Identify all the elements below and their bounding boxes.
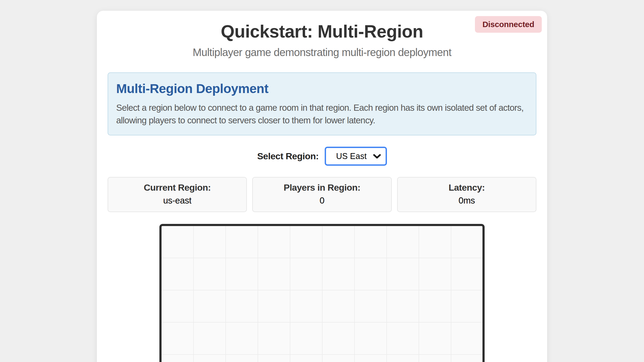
region-select-wrap: US East <box>325 147 387 166</box>
stat-box-players-in-region: Players in Region: 0 <box>252 177 391 212</box>
stat-label: Latency: <box>400 182 533 193</box>
stats-row: Current Region: us-east Players in Regio… <box>108 177 536 212</box>
stat-value: 0 <box>255 195 388 206</box>
stat-label: Current Region: <box>111 182 244 193</box>
region-selector-row: Select Region: US East <box>108 147 536 166</box>
page-subtitle: Multiplayer game demonstrating multi-reg… <box>108 46 536 58</box>
info-box-body: Select a region below to connect to a ga… <box>116 102 528 127</box>
info-box-title: Multi-Region Deployment <box>116 81 528 97</box>
stat-box-current-region: Current Region: us-east <box>108 177 247 212</box>
app-card: Disconnected Quickstart: Multi-Region Mu… <box>97 11 547 362</box>
stat-value: 0ms <box>400 195 533 206</box>
stat-label: Players in Region: <box>255 182 388 193</box>
region-select-label: Select Region: <box>257 151 319 161</box>
page: { "window": { "background_color": "#efef… <box>0 0 644 362</box>
page-title: Quickstart: Multi-Region <box>108 21 536 42</box>
stat-value: us-east <box>111 195 244 206</box>
region-select[interactable]: US East <box>325 147 387 166</box>
game-canvas[interactable] <box>159 224 485 362</box>
status-badge: Disconnected <box>475 16 542 33</box>
stat-box-latency: Latency: 0ms <box>397 177 536 212</box>
info-box: Multi-Region Deployment Select a region … <box>108 72 536 135</box>
